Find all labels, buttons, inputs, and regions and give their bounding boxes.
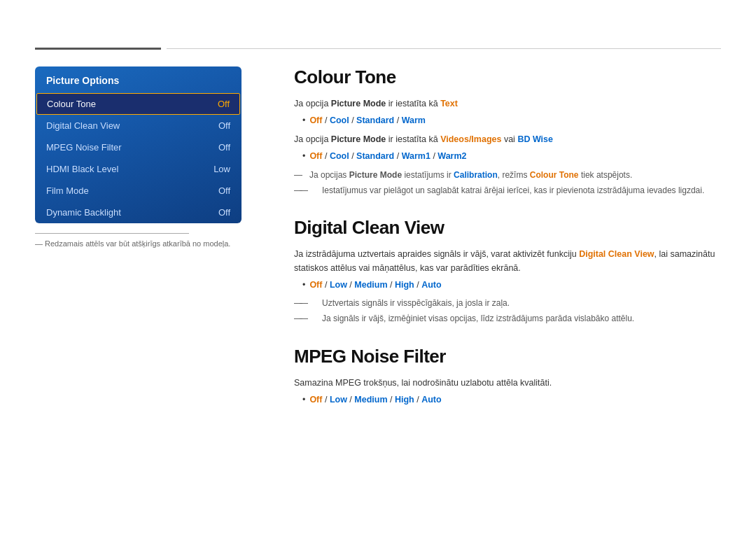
bullet-item-0-1: Off / Cool / Standard / Warm — [302, 113, 721, 128]
menu-items: Colour ToneOffDigital Clean ViewOffMPEG … — [35, 93, 241, 223]
menu-item-value: Off — [218, 99, 230, 109]
note-0-5: —Iestatījumus var pielāgot un saglabāt k… — [294, 184, 721, 197]
menu-item-value: Off — [218, 207, 230, 218]
section-mpeg-noise-filter: MPEG Noise FilterSamazina MPEG trokšņus,… — [294, 346, 721, 407]
panel-title: Picture Options — [35, 66, 241, 93]
menu-item-colour-tone[interactable]: Colour ToneOff — [36, 93, 240, 115]
menu-item-dynamic-backlight[interactable]: Dynamic BacklightOff — [35, 202, 241, 223]
note-0-4: —Ja opcijas Picture Mode iestatījums ir … — [294, 169, 721, 182]
bullet-item-1-1: Off / Low / Medium / High / Auto — [302, 278, 721, 293]
menu-item-digital-clean-view[interactable]: Digital Clean ViewOff — [35, 115, 241, 136]
bullet-list-1-1: Off / Low / Medium / High / Auto — [294, 278, 721, 293]
panel-footnote: — Redzamais attēls var būt atšķirīgs atk… — [35, 239, 241, 248]
section-text-2-0: Samazina MPEG trokšņus, lai nodrošinātu … — [294, 376, 721, 390]
section-text-0-0: Ja opcija Picture Mode ir iestatīta kā T… — [294, 97, 721, 111]
menu-item-label: MPEG Noise Filter — [46, 142, 122, 153]
bullet-item-0-3: Off / Cool / Standard / Warm1 / Warm2 — [302, 149, 721, 164]
section-title-mpeg-noise-filter: MPEG Noise Filter — [294, 346, 721, 367]
menu-item-label: Film Mode — [46, 185, 89, 196]
section-title-colour-tone: Colour Tone — [294, 66, 721, 88]
menu-item-label: HDMI Black Level — [46, 164, 118, 174]
section-body-colour-tone: Ja opcija Picture Mode ir iestatīta kā T… — [294, 97, 721, 197]
menu-item-film-mode[interactable]: Film ModeOff — [35, 180, 241, 202]
section-body-mpeg-noise-filter: Samazina MPEG trokšņus, lai nodrošinātu … — [294, 376, 721, 407]
section-text-0-2: Ja opcija Picture Mode ir iestatīta kā V… — [294, 132, 721, 146]
bullet-list-0-3: Off / Cool / Standard / Warm1 / Warm2 — [294, 149, 721, 164]
section-text-1-0: Ja izstrādājuma uztvertais apraides sign… — [294, 247, 721, 275]
menu-item-value: Off — [218, 185, 230, 196]
panel-divider — [35, 233, 189, 234]
top-decorative-lines — [35, 48, 721, 50]
line-dark — [35, 48, 161, 50]
section-body-digital-clean-view: Ja izstrādājuma uztvertais apraides sign… — [294, 247, 721, 326]
section-title-digital-clean-view: Digital Clean View — [294, 217, 721, 239]
menu-item-value: Off — [218, 120, 230, 131]
menu-item-label: Colour Tone — [47, 99, 96, 109]
menu-item-value: Low — [214, 164, 230, 174]
menu-item-hdmi-black-level[interactable]: HDMI Black LevelLow — [35, 158, 241, 180]
menu-item-label: Digital Clean View — [46, 120, 120, 131]
menu-item-value: Off — [218, 142, 230, 153]
bullet-list-2-1: Off / Low / Medium / High / Auto — [294, 393, 721, 407]
menu-item-label: Dynamic Backlight — [46, 207, 121, 218]
note-1-2: —Uztvertais signāls ir visspēcīgākais, j… — [294, 297, 721, 310]
menu-item-mpeg-noise-filter[interactable]: MPEG Noise FilterOff — [35, 136, 241, 158]
bullet-item-2-1: Off / Low / Medium / High / Auto — [302, 393, 721, 407]
right-content: Colour ToneJa opcija Picture Mode ir ies… — [294, 66, 721, 427]
section-colour-tone: Colour ToneJa opcija Picture Mode ir ies… — [294, 66, 721, 197]
line-light — [167, 48, 721, 49]
note-1-3: —Ja signāls ir vājš, izmēģiniet visas op… — [294, 312, 721, 325]
left-panel: Picture Options Colour ToneOffDigital Cl… — [35, 66, 241, 248]
bullet-list-0-1: Off / Cool / Standard / Warm — [294, 113, 721, 128]
picture-options-panel: Picture Options Colour ToneOffDigital Cl… — [35, 66, 241, 223]
sections-container: Colour ToneJa opcija Picture Mode ir ies… — [294, 66, 721, 407]
section-digital-clean-view: Digital Clean ViewJa izstrādājuma uztver… — [294, 217, 721, 326]
